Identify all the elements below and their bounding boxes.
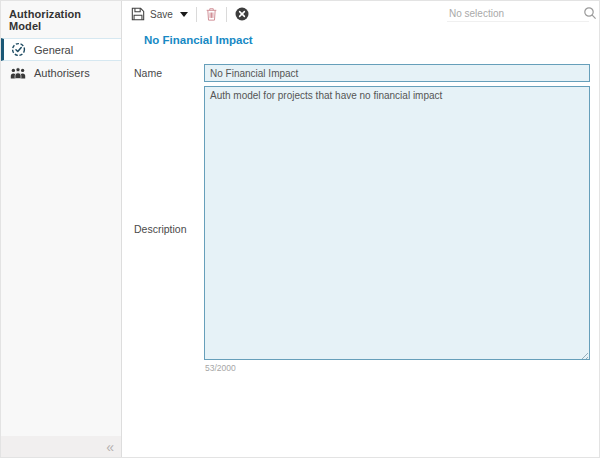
collapse-left-icon[interactable]: «	[106, 440, 114, 454]
name-field[interactable]	[204, 64, 590, 82]
people-icon	[10, 66, 26, 80]
app-window: Authorization Model General	[0, 0, 600, 458]
toolbar-separator	[196, 7, 197, 22]
sidebar-title: Authorization Model	[1, 1, 121, 38]
sidebar-footer: «	[1, 436, 121, 457]
sidebar-item-general[interactable]: General	[1, 38, 121, 61]
close-button[interactable]	[235, 7, 249, 21]
character-count: 53/2000	[205, 363, 236, 373]
check-circle-icon	[10, 42, 26, 57]
trash-icon	[205, 7, 218, 21]
delete-button[interactable]	[205, 7, 218, 21]
name-label: Name	[134, 67, 162, 79]
description-field[interactable]: Auth model for projects that have no fin…	[204, 86, 590, 360]
description-label: Description	[134, 223, 187, 235]
sidebar-item-authorisers[interactable]: Authorisers	[1, 61, 121, 84]
close-circle-icon	[235, 7, 249, 21]
toolbar-separator	[226, 7, 227, 22]
caret-down-icon	[180, 12, 188, 17]
save-menu-button[interactable]	[173, 12, 188, 17]
sidebar-item-label: General	[34, 44, 73, 56]
main-panel: Save	[122, 1, 599, 457]
save-button-label: Save	[150, 9, 173, 20]
toolbar: Save	[122, 1, 599, 27]
search-input[interactable]	[447, 7, 583, 20]
save-button[interactable]: Save	[131, 7, 173, 21]
sidebar-item-label: Authorisers	[34, 67, 90, 79]
floppy-icon	[131, 7, 145, 21]
sidebar: Authorization Model General	[1, 1, 122, 457]
search-icon[interactable]	[583, 6, 597, 20]
selection-search-box	[447, 6, 589, 22]
page-title: No Financial Impact	[144, 34, 599, 46]
